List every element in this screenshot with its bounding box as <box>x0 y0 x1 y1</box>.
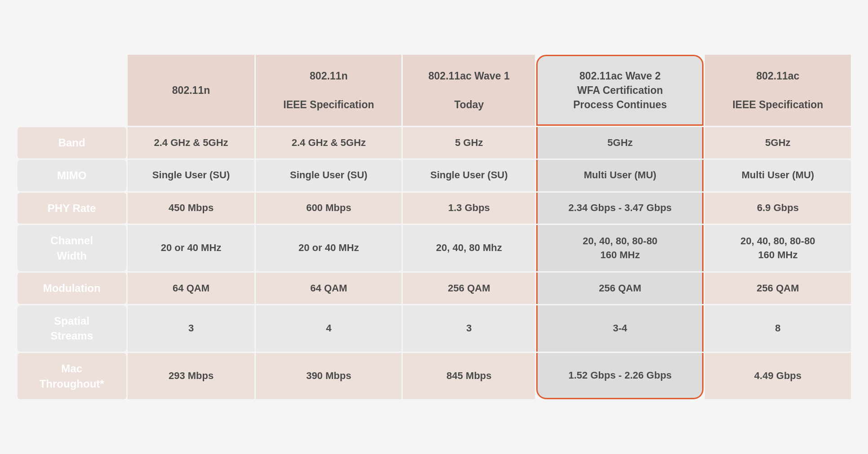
cell-row6-col1: 293 Mbps <box>128 353 254 399</box>
cell-row0-col3: 5 GHz <box>403 127 535 159</box>
cell-row0-col1: 2.4 GHz & 5GHz <box>128 127 254 159</box>
cell-row6-col3: 845 Mbps <box>403 353 535 399</box>
cell-row4-col5: 256 QAM <box>705 273 850 304</box>
data-row-2: PHY Rate450 Mbps600 Mbps1.3 Gbps2.34 Gbp… <box>18 193 851 224</box>
cell-row2-col4: 2.34 Gbps - 3.47 Gbps <box>536 193 703 224</box>
data-row-6: MacThroughout*293 Mbps390 Mbps845 Mbps1.… <box>18 353 851 399</box>
header-col3: 802.11ac Wave 1Today <box>403 55 535 126</box>
cell-row0-col5: 5GHz <box>705 127 850 159</box>
cell-row3-col2: 20 or 40 MHz <box>256 225 401 271</box>
header-col2: 802.11nIEEE Specification <box>256 55 401 126</box>
cell-row5-col5: 8 <box>705 305 850 352</box>
cell-row2-col2: 600 Mbps <box>256 193 401 224</box>
data-row-5: SpatialStreams3433-48 <box>18 305 851 352</box>
row-label-0: Band <box>18 127 126 159</box>
cell-row4-col4: 256 QAM <box>536 273 703 304</box>
cell-row5-col2: 4 <box>256 305 401 352</box>
cell-row1-col5: Multi User (MU) <box>705 160 850 191</box>
data-row-4: Modulation64 QAM64 QAM256 QAM256 QAM256 … <box>18 273 851 304</box>
cell-row4-col1: 64 QAM <box>128 273 254 304</box>
cell-row1-col1: Single User (SU) <box>128 160 254 191</box>
cell-row3-col4: 20, 40, 80, 80-80160 MHz <box>536 225 703 271</box>
row-label-2: PHY Rate <box>18 193 126 224</box>
cell-row3-col5: 20, 40, 80, 80-80160 MHz <box>705 225 850 271</box>
cell-row2-col3: 1.3 Gbps <box>403 193 535 224</box>
cell-row6-col2: 390 Mbps <box>256 353 401 399</box>
cell-row1-col4: Multi User (MU) <box>536 160 703 191</box>
data-row-0: Band2.4 GHz & 5GHz2.4 GHz & 5GHz5 GHz5GH… <box>18 127 851 159</box>
cell-row3-col3: 20, 40, 80 Mhz <box>403 225 535 271</box>
row-label-5: SpatialStreams <box>18 305 126 352</box>
cell-row2-col5: 6.9 Gbps <box>705 193 850 224</box>
data-row-3: ChannelWidth20 or 40 MHz20 or 40 MHz20, … <box>18 225 851 271</box>
row-label-3: ChannelWidth <box>18 225 126 271</box>
cell-row6-col4: 1.52 Gbps - 2.26 Gbps <box>536 353 703 399</box>
data-row-1: MIMOSingle User (SU)Single User (SU)Sing… <box>18 160 851 191</box>
cell-row4-col2: 64 QAM <box>256 273 401 304</box>
cell-row0-col4: 5GHz <box>536 127 703 159</box>
cell-row5-col4: 3-4 <box>536 305 703 352</box>
row-label-1: MIMO <box>18 160 126 191</box>
cell-row3-col1: 20 or 40 MHz <box>128 225 254 271</box>
cell-row1-col2: Single User (SU) <box>256 160 401 191</box>
row-label-6: MacThroughout* <box>18 353 126 399</box>
header-col5: 802.11acIEEE Specification <box>705 55 850 126</box>
cell-row6-col5: 4.49 Gbps <box>705 353 850 399</box>
comparison-table: 802.11n 802.11nIEEE Specification 802.11… <box>16 53 852 401</box>
header-col4: 802.11ac Wave 2WFA CertificationProcess … <box>536 55 703 126</box>
cell-row5-col3: 3 <box>403 305 535 352</box>
cell-row4-col3: 256 QAM <box>403 273 535 304</box>
cell-row5-col1: 3 <box>128 305 254 352</box>
header-empty <box>18 55 126 126</box>
header-col1: 802.11n <box>128 55 254 126</box>
cell-row2-col1: 450 Mbps <box>128 193 254 224</box>
cell-row0-col2: 2.4 GHz & 5GHz <box>256 127 401 159</box>
cell-row1-col3: Single User (SU) <box>403 160 535 191</box>
row-label-4: Modulation <box>18 273 126 304</box>
header-row: 802.11n 802.11nIEEE Specification 802.11… <box>18 55 851 126</box>
